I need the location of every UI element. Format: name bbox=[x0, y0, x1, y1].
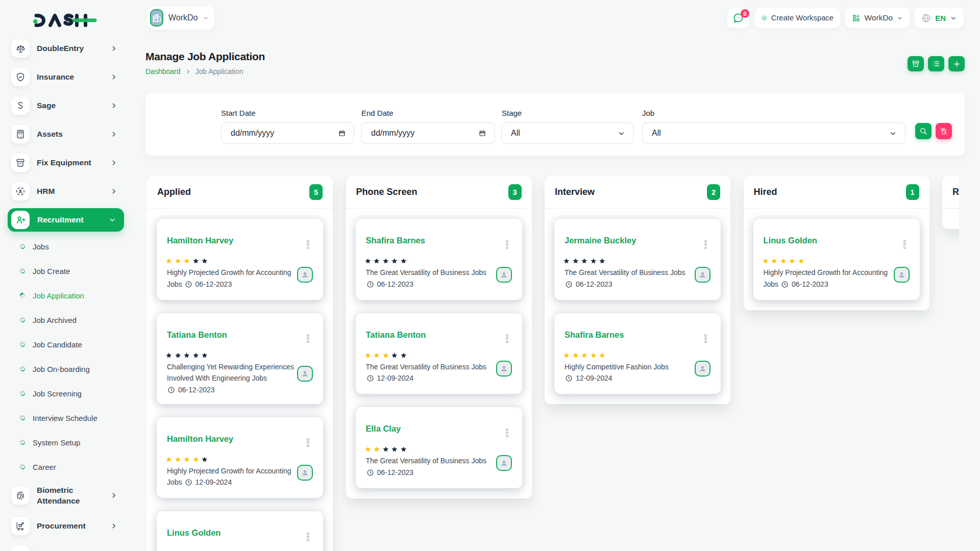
sidebar-item-biometric-attendance[interactable]: BiometricAttendance bbox=[0, 484, 133, 507]
sidebar-subitem-system-setup[interactable]: System Setup bbox=[0, 436, 133, 448]
sidebar-subitem-job-application[interactable]: Job Application bbox=[0, 289, 133, 302]
rating-stars bbox=[364, 258, 488, 265]
workspace-switcher[interactable]: WorkDo bbox=[147, 6, 214, 30]
circle-plus-icon bbox=[762, 13, 767, 23]
card-menu-button[interactable] bbox=[902, 239, 908, 250]
application-card[interactable]: Hamilton Harvey Highly Projected Growth … bbox=[157, 417, 323, 498]
create-workspace-label: Create Workspace bbox=[771, 14, 834, 22]
chevron-down-icon bbox=[109, 216, 116, 223]
sidebar-item-procurement[interactable]: Procurement bbox=[0, 517, 133, 535]
sidebar-subitem-job-archived[interactable]: Job Archived bbox=[0, 314, 133, 326]
chevron-right-icon bbox=[110, 159, 117, 166]
candidate-name-link[interactable]: Shafira Barnes bbox=[565, 329, 624, 340]
clock-icon bbox=[781, 281, 789, 288]
kanban-column-phone-screen: Phone Screen 3 Shafira Barnes The Great … bbox=[346, 176, 532, 498]
application-card[interactable]: Shafira Barnes The Great Versatility of … bbox=[356, 219, 522, 300]
candidate-name-link[interactable]: Linus Golden bbox=[764, 235, 817, 246]
candidate-name-link[interactable]: Jermaine Buckley bbox=[565, 235, 636, 246]
calculator-icon bbox=[11, 125, 30, 143]
rating-stars bbox=[165, 258, 289, 265]
column-title: Hired bbox=[754, 187, 777, 197]
candidate-avatar[interactable] bbox=[894, 267, 910, 283]
person-icon bbox=[499, 364, 509, 373]
application-card[interactable]: Shafira Barnes Highly Competitive Fashio… bbox=[554, 313, 721, 394]
application-card[interactable]: Jermaine Buckley The Great Versatility o… bbox=[554, 219, 721, 300]
candidate-avatar[interactable] bbox=[496, 455, 512, 471]
candidate-avatar[interactable] bbox=[695, 267, 710, 283]
application-card[interactable]: Tatiana Benton Challenging Yet Rewarding… bbox=[157, 313, 323, 404]
card-menu-button[interactable] bbox=[305, 532, 311, 542]
sidebar-item-hrm[interactable]: HRM bbox=[0, 182, 133, 201]
grid-plus-icon bbox=[852, 13, 861, 23]
workdo-menu-button[interactable]: WorkDo bbox=[845, 8, 910, 28]
start-date-input[interactable]: dd/mm/yyyy bbox=[221, 122, 354, 144]
archived-applications-button[interactable] bbox=[908, 56, 924, 71]
card-menu-button[interactable] bbox=[504, 333, 510, 344]
candidate-name-link[interactable]: Tatiana Benton bbox=[167, 329, 227, 340]
bullet-icon bbox=[20, 415, 25, 420]
apply-filter-button[interactable] bbox=[915, 123, 932, 139]
breadcrumb-dashboard-link[interactable]: Dashboard bbox=[145, 67, 181, 76]
application-card[interactable]: Tatiana Benton The Great Versatility of … bbox=[356, 313, 522, 394]
candidate-avatar[interactable] bbox=[496, 267, 512, 283]
top-header: WorkDo 0 Create Workspace WorkDo EN bbox=[0, 0, 980, 36]
candidate-name-link[interactable]: Shafira Barnes bbox=[366, 235, 425, 246]
candidate-name-link[interactable]: Linus Golden bbox=[167, 527, 220, 538]
candidate-avatar[interactable] bbox=[297, 267, 313, 283]
card-menu-button[interactable] bbox=[504, 428, 510, 438]
application-card[interactable]: Linus Golden Highly Projected Growth for… bbox=[753, 219, 920, 300]
candidate-avatar[interactable] bbox=[695, 361, 710, 377]
sidebar-item-recruitment[interactable]: Recruitment bbox=[8, 208, 124, 232]
card-menu-button[interactable] bbox=[305, 437, 311, 448]
application-card[interactable]: Ella Clay The Great Versatility of Busin… bbox=[356, 407, 522, 488]
sidebar-subitem-career[interactable]: Career bbox=[0, 461, 133, 473]
card-menu-button[interactable] bbox=[305, 239, 311, 250]
sidebar-item-doubleentry[interactable]: DoubleEntry bbox=[0, 39, 133, 58]
application-card[interactable]: Hamilton Harvey Highly Projected Growth … bbox=[157, 219, 323, 300]
sidebar-subitem-job-candidate[interactable]: Job Candidate bbox=[0, 338, 133, 350]
reset-filter-button[interactable] bbox=[936, 123, 952, 139]
dash-logo[interactable] bbox=[31, 11, 97, 30]
archive-box-icon bbox=[11, 154, 30, 172]
card-menu-button[interactable] bbox=[703, 239, 708, 250]
list-view-button[interactable] bbox=[928, 56, 944, 71]
person-icon bbox=[698, 270, 707, 280]
calendar-icon bbox=[338, 130, 346, 137]
card-menu-button[interactable] bbox=[504, 239, 510, 250]
sidebar-item-sage[interactable]: Sage bbox=[0, 96, 133, 115]
sidebar-subitem-job-create[interactable]: Job Create bbox=[0, 265, 133, 277]
card-menu-button[interactable] bbox=[703, 333, 708, 344]
workdo-menu-label: WorkDo bbox=[865, 13, 893, 22]
add-application-button[interactable] bbox=[948, 56, 965, 71]
trash-off-icon bbox=[940, 127, 948, 135]
job-select[interactable]: All bbox=[642, 122, 905, 144]
sidebar-item-insurance[interactable]: Insurance bbox=[0, 68, 133, 86]
sidebar-subitem-job-screening[interactable]: Job Screening bbox=[0, 387, 133, 399]
clock-icon bbox=[167, 386, 175, 394]
bullet-icon bbox=[20, 317, 25, 322]
card-menu-button[interactable] bbox=[305, 333, 311, 344]
sidebar-subitem-job-onboarding[interactable]: Job On-boarding bbox=[0, 363, 133, 375]
candidate-name-link[interactable]: Tatiana Benton bbox=[366, 329, 426, 340]
candidate-avatar[interactable] bbox=[297, 465, 313, 481]
application-card[interactable]: Linus Golden bbox=[157, 511, 323, 551]
clock-icon bbox=[565, 374, 573, 382]
candidate-name-link[interactable]: Ella Clay bbox=[366, 423, 401, 434]
end-date-label: End Date bbox=[361, 109, 394, 117]
end-date-input[interactable]: dd/mm/yyyy bbox=[361, 122, 495, 144]
messages-button[interactable]: 0 bbox=[727, 8, 749, 28]
sidebar-subitem-jobs[interactable]: Jobs bbox=[0, 240, 133, 253]
candidate-name-link[interactable]: Hamilton Harvey bbox=[167, 235, 233, 246]
stage-select[interactable]: All bbox=[501, 122, 634, 144]
sidebar-item-fix-equipment[interactable]: Fix Equipment bbox=[0, 154, 133, 172]
candidate-name-link[interactable]: Hamilton Harvey bbox=[167, 433, 233, 444]
candidate-avatar[interactable] bbox=[297, 366, 313, 382]
sidebar-item-assets[interactable]: Assets bbox=[0, 125, 133, 143]
candidate-avatar[interactable] bbox=[496, 361, 512, 377]
user-plus-icon bbox=[11, 211, 30, 229]
sidebar-subitem-interview-schedule[interactable]: Interview Schedule bbox=[0, 412, 133, 424]
column-count-badge: 2 bbox=[707, 184, 720, 200]
rating-stars bbox=[364, 446, 488, 453]
create-workspace-button[interactable]: Create Workspace bbox=[755, 8, 840, 28]
language-selector[interactable]: EN bbox=[915, 8, 964, 28]
